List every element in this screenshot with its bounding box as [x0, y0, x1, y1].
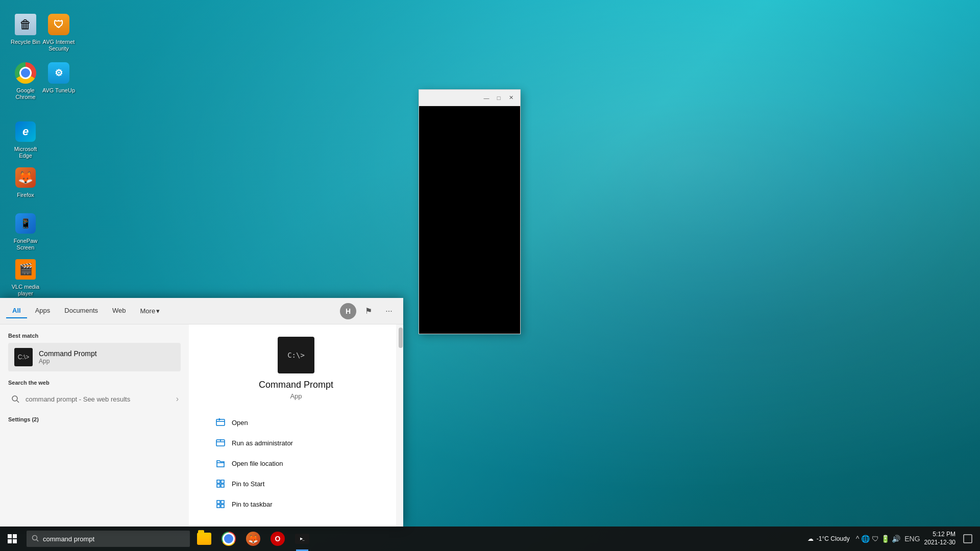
action-open-label: Open: [232, 419, 248, 427]
desktop-icon-avg-internet-security[interactable]: 🛡 AVG Internet Security: [38, 10, 79, 54]
cmd-icon: C:\>: [14, 348, 33, 366]
taskbar-file-explorer[interactable]: [192, 527, 216, 551]
pin-taskbar-icon: [215, 499, 226, 509]
svg-rect-5: [221, 480, 224, 483]
settings-label: Settings (2): [8, 416, 181, 422]
svg-rect-2: [216, 419, 225, 425]
svg-line-1: [17, 400, 19, 403]
desktop-icon-vlc[interactable]: 🎬 VLC media player: [5, 255, 46, 299]
svg-rect-11: [221, 505, 224, 508]
svg-rect-7: [221, 484, 224, 487]
close-button[interactable]: ✕: [506, 93, 516, 103]
clock[interactable]: 5:12 PM 2021-12-30: [924, 531, 955, 546]
network-icon[interactable]: 🌐: [861, 535, 870, 543]
scroll-thumb[interactable]: [399, 328, 403, 348]
weather-widget[interactable]: ☁ -1°C Cloudy: [807, 535, 850, 542]
tab-apps[interactable]: Apps: [29, 304, 57, 318]
time-display: 5:12 PM: [924, 531, 955, 539]
taskbar: command prompt 🦊 O ☁ -1°C Cloudy: [0, 527, 980, 551]
action-open[interactable]: Open: [209, 412, 383, 433]
start-menu: All Apps Documents Web More ▾ H ⚑ ··· Be…: [0, 298, 403, 527]
more-options-icon[interactable]: ···: [381, 303, 397, 319]
best-match-label: Best match: [8, 333, 181, 339]
action-open-file-location[interactable]: Open file location: [209, 453, 383, 473]
svg-point-0: [12, 396, 17, 401]
tab-more[interactable]: More ▾: [134, 304, 166, 318]
web-search-arrow: ›: [176, 394, 179, 404]
start-button[interactable]: [0, 527, 24, 551]
taskbar-chrome[interactable]: [216, 527, 241, 551]
app-preview-name: Command Prompt: [259, 380, 333, 390]
battery-icon[interactable]: 🔋: [881, 535, 890, 543]
run-admin-icon: [215, 438, 226, 448]
taskbar-firefox[interactable]: 🦊: [241, 527, 265, 551]
desktop-icon-avg-tuneup[interactable]: ⚙ AVG TuneUp: [38, 59, 79, 96]
desktop-icon-fonepa[interactable]: 📱 FonePaw Screen: [5, 209, 46, 253]
scroll-track[interactable]: [396, 324, 403, 527]
opera-taskbar-icon: O: [271, 532, 285, 546]
svg-rect-6: [217, 484, 220, 487]
system-tray: ☁ -1°C Cloudy ^ 🌐 🛡 🔋 🔊 ENG 5:12 PM 2021…: [807, 527, 980, 551]
taskbar-search-bar[interactable]: command prompt: [27, 531, 190, 547]
action-pin-to-start[interactable]: Pin to Start: [209, 473, 383, 494]
file-explorer-icon: [197, 533, 211, 545]
firefox-taskbar-icon: 🦊: [246, 532, 260, 546]
tab-web[interactable]: Web: [106, 304, 132, 318]
action-pin-to-taskbar[interactable]: Pin to taskbar: [209, 494, 383, 514]
maximize-button[interactable]: □: [494, 93, 504, 103]
file-explorer-window: — □ ✕: [419, 89, 521, 334]
svg-rect-4: [217, 480, 220, 483]
svg-rect-13: [13, 534, 17, 538]
app-preview-icon: C:\>: [278, 337, 314, 373]
antivirus-icon[interactable]: 🛡: [872, 535, 879, 543]
svg-rect-10: [217, 505, 220, 508]
pin-start-icon: [215, 479, 226, 489]
taskbar-cmd[interactable]: [290, 527, 314, 551]
volume-icon[interactable]: 🔊: [892, 535, 900, 543]
tab-all[interactable]: All: [6, 304, 27, 318]
date-display: 2021-12-30: [924, 539, 955, 547]
desktop-icon-microsoft-edge[interactable]: e Microsoft Edge: [5, 117, 46, 161]
feedback-icon[interactable]: ⚑: [360, 303, 377, 319]
tab-documents[interactable]: Documents: [58, 304, 104, 318]
chevron-down-icon: ▾: [156, 307, 160, 315]
svg-rect-14: [8, 539, 12, 543]
file-explorer-content: [419, 106, 520, 334]
svg-rect-15: [13, 539, 17, 543]
action-list: Open Run as administrator: [209, 412, 383, 514]
web-search-item[interactable]: command prompt - See web results ›: [8, 390, 181, 408]
desktop-icon-firefox[interactable]: 🦊 Firefox: [5, 163, 46, 201]
cmd-taskbar-icon: [295, 534, 309, 544]
web-search-text: command prompt - See web results: [26, 395, 130, 403]
file-explorer-titlebar: — □ ✕: [419, 90, 520, 106]
search-content: Best match C:\> Command Prompt App Searc…: [0, 324, 403, 527]
taskbar-search-icon: [32, 535, 39, 543]
action-file-location-label: Open file location: [232, 460, 283, 467]
menu-top-right: H ⚑ ···: [340, 303, 397, 319]
taskbar-opera[interactable]: O: [265, 527, 290, 551]
svg-rect-12: [8, 534, 12, 538]
minimize-button[interactable]: —: [481, 93, 492, 103]
svg-line-17: [37, 539, 39, 541]
settings-section: Settings (2): [8, 416, 181, 422]
taskbar-search-text: command prompt: [43, 535, 94, 543]
expand-tray-icon[interactable]: ^: [856, 535, 860, 543]
best-match-name: Command Prompt: [39, 349, 97, 358]
best-match-item-cmd[interactable]: C:\> Command Prompt App: [8, 343, 181, 371]
tray-icons: ^ 🌐 🛡 🔋 🔊: [856, 535, 901, 543]
best-match-info: Command Prompt App: [39, 349, 97, 365]
app-preview-type: App: [290, 392, 302, 400]
svg-rect-9: [221, 500, 224, 504]
action-run-as-admin[interactable]: Run as administrator: [209, 433, 383, 453]
taskbar-apps: 🦊 O: [192, 527, 314, 551]
open-icon: [215, 417, 226, 428]
search-web-label: Search the web: [8, 380, 181, 386]
notification-button[interactable]: [960, 527, 976, 551]
svg-point-16: [33, 535, 37, 540]
search-web-icon: [10, 394, 20, 404]
weather-icon: ☁: [807, 535, 814, 542]
user-avatar[interactable]: H: [340, 303, 356, 319]
chrome-taskbar-icon: [222, 532, 236, 546]
action-pin-taskbar-label: Pin to taskbar: [232, 500, 273, 508]
language-indicator[interactable]: ENG: [904, 535, 920, 543]
